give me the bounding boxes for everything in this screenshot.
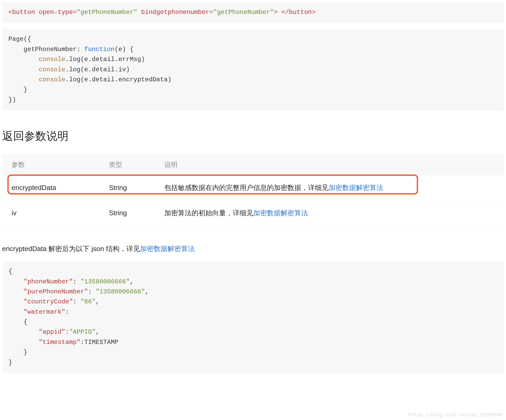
code-line: } [8, 359, 12, 366]
code-token: "purePhoneNumber" [24, 288, 88, 295]
code-block-page-js: Page({ getPhoneNumber: function(e) { con… [2, 29, 504, 110]
body-text-prefix: encryptedData 解密后为以下 json 结构，详见 [2, 245, 140, 253]
code-token: </button> [281, 9, 316, 16]
th-param: 参数 [2, 154, 100, 175]
code-token: function [84, 46, 115, 53]
section-title-return-params: 返回参数说明 [2, 129, 504, 143]
cell-desc: 加密算法的初始向量，详细见加密数据解密算法 [155, 201, 504, 226]
code-token: console [39, 66, 65, 73]
code-line: { [8, 318, 27, 326]
code-token: , [96, 328, 99, 336]
link-decrypt-algo[interactable]: 加密数据解密算法 [329, 184, 383, 192]
code-token: "countryCode" [24, 298, 73, 305]
code-token: "13580006666" [96, 288, 145, 295]
code-token: "watermark" [24, 308, 65, 316]
code-token [8, 56, 39, 63]
code-token: "13580006666" [81, 278, 130, 285]
code-line: getPhoneNumber: [8, 46, 84, 53]
code-token: "getPhoneNumber" [213, 9, 274, 16]
code-token: > [274, 9, 277, 16]
code-token: .log(e.detail.iv) [65, 66, 130, 73]
code-token: <button [8, 9, 35, 16]
table-header-row: 参数 类型 说明 [2, 154, 504, 175]
code-line: } [8, 86, 27, 93]
cell-param: iv [2, 201, 100, 226]
code-token: console [39, 56, 65, 63]
code-token: , [96, 298, 99, 305]
params-table: 参数 类型 说明 encryptedData String 包括敏感数据在内的完… [2, 154, 504, 226]
cell-desc: 包括敏感数据在内的完整用户信息的加密数据，详细见加密数据解密算法 [155, 175, 504, 201]
cell-param: encryptedData [2, 175, 100, 201]
code-token: "APPID" [69, 328, 96, 336]
params-table-wrap: 参数 类型 说明 encryptedData String 包括敏感数据在内的完… [2, 154, 504, 226]
code-line: }) [8, 96, 16, 103]
code-token: .log(e.detail.encryptedData) [65, 76, 171, 83]
code-token: (e) { [115, 46, 133, 53]
link-decrypt-algo[interactable]: 加密数据解密算法 [140, 245, 195, 253]
code-token: "timestamp" [39, 339, 80, 346]
table-row: iv String 加密算法的初始向量，详细见加密数据解密算法 [2, 201, 504, 226]
code-token: : [88, 288, 96, 295]
th-desc: 说明 [155, 154, 504, 175]
code-token: , [130, 278, 133, 285]
code-token: : [73, 278, 81, 285]
code-token: , [145, 288, 149, 295]
code-line: } [8, 349, 27, 356]
code-token: open-type= [39, 9, 77, 16]
code-token: : [81, 339, 84, 346]
code-token: "phoneNumber" [24, 278, 73, 285]
table-row: encryptedData String 包括敏感数据在内的完整用户信息的加密数… [2, 175, 504, 201]
link-decrypt-algo[interactable]: 加密数据解密算法 [253, 209, 308, 217]
cell-type: String [100, 175, 155, 201]
cell-desc-text: 包括敏感数据在内的完整用户信息的加密数据，详细见 [164, 184, 329, 192]
cell-desc-text: 加密算法的初始向量，详细见 [164, 209, 253, 217]
code-token: "86" [81, 298, 96, 305]
code-token: : [65, 328, 69, 336]
code-block-button-example: <button open-type="getPhoneNumber" bindg… [2, 2, 504, 23]
code-token: : [73, 298, 81, 305]
body-text-encrypteddata-note: encryptedData 解密后为以下 json 结构，详见加密数据解密算法 [2, 244, 504, 253]
th-type: 类型 [100, 154, 155, 175]
cell-type: String [100, 201, 155, 226]
code-line: { [8, 268, 12, 275]
code-token [8, 66, 39, 73]
code-token: bindgetphonenumber= [141, 9, 213, 16]
code-token: TIMESTAMP [84, 339, 118, 346]
code-token: : [65, 308, 69, 316]
code-block-json-structure: { "phoneNumber": "13580006666", "purePho… [2, 261, 504, 373]
code-token: .log(e.detail.errMsg) [65, 56, 145, 63]
code-line: Page({ [8, 36, 31, 43]
code-token: console [39, 76, 65, 83]
code-token [8, 76, 39, 83]
code-token: "getPhoneNumber" [77, 9, 137, 16]
code-token: "appid" [39, 328, 65, 336]
